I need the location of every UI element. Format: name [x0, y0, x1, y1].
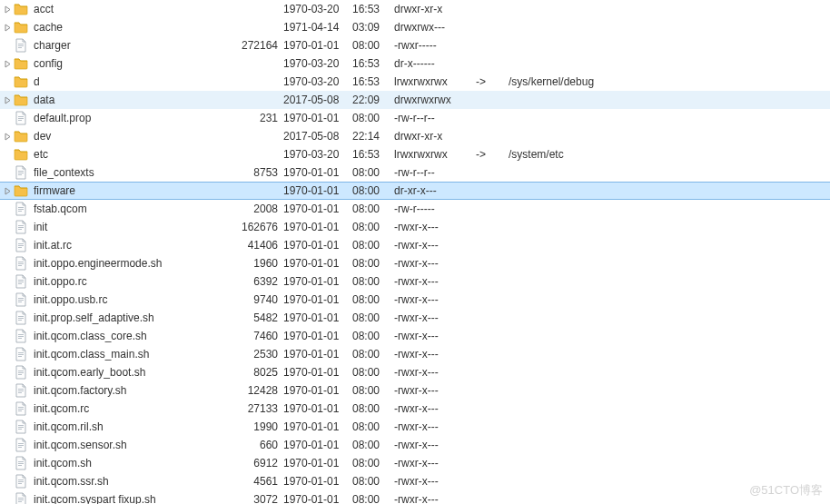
date-cell: 1970-01-01 — [283, 257, 352, 270]
expand-toggle-icon[interactable] — [4, 187, 12, 195]
name-cell[interactable]: dev — [0, 129, 236, 143]
file-name: cache — [34, 21, 63, 34]
time-cell: 08:00 — [352, 439, 394, 451]
expand-toggle-icon[interactable] — [4, 60, 12, 68]
file-name: init.qcom.rc — [34, 402, 89, 415]
file-row[interactable]: init.qcom.ril.sh19901970-01-0108:00-rwxr… — [0, 418, 830, 436]
folder-row[interactable]: acct1970-03-2016:53drwxr-xr-x — [0, 0, 830, 18]
file-row[interactable]: init.qcom.factory.sh124281970-01-0108:00… — [0, 381, 830, 400]
name-cell[interactable]: default.prop — [0, 111, 236, 125]
svg-rect-1 — [18, 45, 24, 46]
name-cell[interactable]: init.oppo.rc — [0, 274, 236, 289]
file-row[interactable]: init.oppo.rc63921970-01-0108:00-rwxr-x--… — [0, 272, 830, 291]
file-name: init.qcom.syspart fixup.sh — [34, 493, 156, 504]
time-cell: 08:00 — [352, 275, 394, 288]
file-row[interactable]: init.qcom.syspart fixup.sh30721970-01-01… — [0, 490, 830, 504]
permissions-cell: dr-xr-x--- — [394, 184, 476, 197]
expand-toggle-icon[interactable] — [4, 5, 12, 14]
time-cell: 08:00 — [352, 348, 394, 361]
date-cell: 1970-01-01 — [283, 384, 352, 397]
folder-icon — [14, 183, 28, 198]
name-cell[interactable]: etc — [0, 147, 236, 162]
file-row[interactable]: init1626761970-01-0108:00-rwxr-x--- — [0, 218, 830, 236]
name-cell[interactable]: init.oppo.usb.rc — [0, 292, 236, 307]
permissions-cell: -rwxr----- — [394, 39, 476, 52]
file-row[interactable]: init.qcom.rc271331970-01-0108:00-rwxr-x-… — [0, 400, 830, 418]
name-cell[interactable]: d — [0, 74, 236, 89]
name-cell[interactable]: init.qcom.class_main.sh — [0, 347, 236, 361]
svg-rect-47 — [18, 429, 22, 430]
folder-row[interactable]: config1970-03-2016:53dr-x------ — [0, 54, 830, 73]
svg-rect-15 — [18, 243, 24, 244]
name-cell[interactable]: init.qcom.ril.sh — [0, 420, 236, 434]
time-cell: 08:00 — [352, 239, 394, 252]
name-cell[interactable]: firmware — [0, 183, 236, 198]
file-row[interactable]: init.qcom.early_boot.sh80251970-01-0108:… — [0, 363, 830, 381]
folder-row[interactable]: dev2017-05-0822:14drwxr-xr-x — [0, 127, 830, 145]
file-row[interactable]: init.qcom.ssr.sh45611970-01-0108:00-rwxr… — [0, 472, 830, 490]
name-cell[interactable]: data — [0, 93, 236, 107]
name-cell[interactable]: init.qcom.ssr.sh — [0, 474, 236, 489]
date-cell: 1970-03-20 — [283, 148, 352, 161]
file-row[interactable]: init.oppo.engineermode.sh19601970-01-010… — [0, 254, 830, 272]
name-cell[interactable]: init.qcom.sh — [0, 456, 236, 470]
svg-rect-13 — [18, 227, 24, 228]
file-row[interactable]: init.oppo.usb.rc97401970-01-0108:00-rwxr… — [0, 291, 830, 309]
name-cell[interactable]: init.qcom.class_core.sh — [0, 329, 236, 343]
time-cell: 08:00 — [352, 293, 394, 306]
file-row[interactable]: file_contexts87531970-01-0108:00-rw-r--r… — [0, 163, 830, 182]
size-cell: 8753 — [236, 166, 283, 179]
permissions-cell: -rwxr-x--- — [394, 475, 476, 488]
size-cell: 6392 — [236, 275, 283, 288]
folder-row[interactable]: data2017-05-0822:09drwxrwxrwx — [0, 91, 830, 109]
size-cell: 12428 — [236, 384, 283, 397]
folder-icon — [14, 74, 28, 89]
svg-rect-40 — [18, 390, 24, 391]
name-cell[interactable]: config — [0, 56, 236, 71]
name-cell[interactable]: file_contexts — [0, 165, 236, 180]
folder-row[interactable]: d1970-03-2016:53lrwxrwxrwx->/sys/kernel/… — [0, 73, 830, 91]
file-name: init.qcom.sh — [34, 457, 92, 469]
name-cell[interactable]: init.qcom.factory.sh — [0, 383, 236, 398]
size-cell: 660 — [236, 439, 283, 451]
permissions-cell: drwxr-xr-x — [394, 130, 476, 143]
file-row[interactable]: init.qcom.class_core.sh74601970-01-0108:… — [0, 327, 830, 345]
name-cell[interactable]: init.qcom.sensor.sh — [0, 438, 236, 452]
folder-row[interactable]: firmware1970-01-0108:00dr-xr-x--- — [0, 182, 830, 200]
file-name: data — [34, 94, 54, 106]
file-row[interactable]: default.prop2311970-01-0108:00-rw-r--r-- — [0, 109, 830, 127]
date-cell: 2017-05-08 — [283, 94, 352, 106]
date-cell: 1970-01-01 — [283, 439, 352, 451]
permissions-cell: -rwxr-x--- — [394, 384, 476, 397]
name-cell[interactable]: init — [0, 220, 236, 234]
name-cell[interactable]: charger — [0, 38, 236, 53]
file-name: config — [34, 57, 63, 70]
file-row[interactable]: init.qcom.sh69121970-01-0108:00-rwxr-x--… — [0, 454, 830, 472]
name-cell[interactable]: fstab.qcom — [0, 202, 236, 216]
file-row[interactable]: init.at.rc414061970-01-0108:00-rwxr-x--- — [0, 236, 830, 254]
name-cell[interactable]: init.at.rc — [0, 238, 236, 252]
name-cell[interactable]: init.qcom.rc — [0, 401, 236, 416]
time-cell: 08:00 — [352, 402, 394, 415]
name-cell[interactable]: init.oppo.engineermode.sh — [0, 256, 236, 271]
name-cell[interactable]: init.qcom.early_boot.sh — [0, 365, 236, 380]
file-row[interactable]: fstab.qcom20081970-01-0108:00-rw-r----- — [0, 200, 830, 218]
date-cell: 1970-01-01 — [283, 311, 352, 324]
folder-row[interactable]: cache1971-04-1403:09drwxrwx--- — [0, 18, 830, 36]
name-cell[interactable]: init.prop.self_adaptive.sh — [0, 311, 236, 325]
name-cell[interactable]: acct — [0, 2, 236, 16]
file-row[interactable]: init.prop.self_adaptive.sh54821970-01-01… — [0, 309, 830, 327]
expand-toggle-icon[interactable] — [4, 24, 12, 32]
svg-rect-50 — [18, 447, 22, 448]
name-cell[interactable]: init.qcom.syspart fixup.sh — [0, 492, 236, 504]
folder-row[interactable]: etc1970-03-2016:53lrwxrwxrwx->/system/et… — [0, 145, 830, 163]
expand-toggle-icon[interactable] — [4, 96, 12, 104]
file-row[interactable]: init.qcom.sensor.sh6601970-01-0108:00-rw… — [0, 436, 830, 454]
file-icon — [14, 311, 28, 325]
expand-toggle-icon[interactable] — [4, 133, 12, 141]
file-row[interactable]: init.qcom.class_main.sh25301970-01-0108:… — [0, 345, 830, 363]
file-row[interactable]: charger2721641970-01-0108:00-rwxr----- — [0, 36, 830, 54]
time-cell: 08:00 — [352, 384, 394, 397]
file-icon — [14, 238, 28, 252]
name-cell[interactable]: cache — [0, 20, 236, 35]
